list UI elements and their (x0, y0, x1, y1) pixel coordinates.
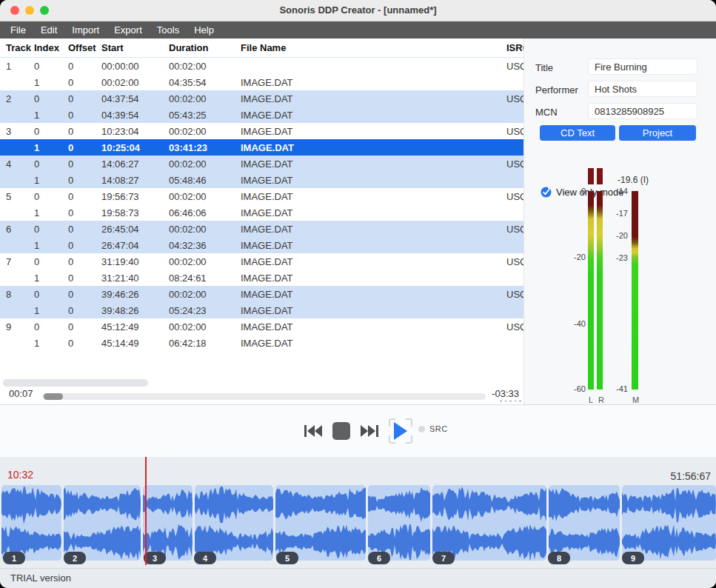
cell-isrc: USQ (506, 191, 523, 202)
seek-slider-thumb[interactable] (44, 393, 63, 400)
previous-track-button[interactable] (304, 425, 322, 437)
cell-duration: 00:02:00 (169, 289, 241, 300)
project-button[interactable]: Project (619, 125, 696, 141)
play-button[interactable] (389, 418, 412, 444)
cell-index: 0 (34, 256, 68, 267)
waveform-segment[interactable] (549, 485, 620, 561)
menu-import[interactable]: Import (64, 21, 107, 39)
waveform-segment[interactable] (275, 485, 366, 561)
next-track-button[interactable] (361, 425, 378, 437)
waveform-graphic (64, 485, 141, 561)
table-row[interactable]: 1 0 04:39:54 05:43:25 IMAGE.DAT (0, 107, 523, 123)
cell-filename: IMAGE.DAT (241, 142, 506, 153)
table-row[interactable]: 1 0 45:14:49 06:42:18 IMAGE.DAT (0, 335, 523, 351)
cell-filename: IMAGE.DAT (241, 321, 506, 333)
cell-offset: 0 (68, 321, 101, 333)
menu-tools[interactable]: Tools (150, 21, 187, 39)
waveform-segment[interactable] (622, 485, 716, 561)
cell-isrc: USQ (506, 256, 523, 267)
waveform-segment[interactable] (195, 485, 273, 561)
cell-offset: 0 (68, 158, 101, 170)
table-row[interactable]: 3 0 0 10:23:04 00:02:00 IMAGE.DAT USQ (0, 123, 523, 139)
track-number-badge: 4 (194, 552, 216, 564)
column-index[interactable]: Index (34, 42, 68, 53)
waveform-segment[interactable] (143, 485, 193, 561)
table-row[interactable]: 2 0 0 04:37:54 00:02:00 IMAGE.DAT USQ (0, 90, 523, 107)
src-toggle[interactable]: SRC (418, 424, 448, 433)
title-label: Title (535, 62, 553, 73)
splitter-grip[interactable] (500, 400, 521, 402)
track-table-header: Track Index Offset Start Duration File N… (0, 39, 523, 58)
table-row[interactable]: 7 0 0 31:19:40 00:02:00 IMAGE.DAT USQ (0, 253, 523, 270)
seek-slider[interactable] (42, 393, 486, 400)
menu-file[interactable]: File (3, 21, 33, 39)
cell-duration: 00:02:00 (169, 191, 241, 202)
title-input[interactable] (588, 59, 697, 75)
cell-offset: 0 (68, 256, 101, 267)
cell-index: 0 (34, 93, 68, 104)
waveform-segment[interactable] (368, 485, 430, 561)
cell-filename: IMAGE.DAT (241, 191, 506, 202)
column-duration[interactable]: Duration (169, 42, 241, 53)
lr-scale-20: -20 (562, 253, 586, 261)
waveform-segment[interactable] (64, 485, 141, 561)
play-icon (394, 422, 409, 440)
table-row[interactable]: 4 0 0 14:06:27 00:02:00 IMAGE.DAT USQ (0, 156, 523, 172)
track-number-badge: 2 (64, 552, 86, 564)
cell-isrc: USQ (506, 158, 523, 170)
track-number-badge: 3 (144, 552, 166, 564)
cell-start: 45:14:49 (101, 338, 169, 349)
waveform-segment[interactable] (1, 485, 61, 561)
horizontal-scrollbar[interactable] (3, 379, 148, 387)
table-row[interactable]: 1 0 10:25:04 03:41:23 IMAGE.DAT (0, 139, 523, 156)
waveform-graphic (195, 485, 273, 561)
table-row[interactable]: 8 0 0 39:46:26 00:02:00 IMAGE.DAT USQ (0, 286, 523, 302)
menu-export[interactable]: Export (107, 21, 150, 39)
column-track[interactable]: Track (6, 42, 34, 53)
cell-start: 26:47:04 (101, 240, 169, 251)
cell-filename: IMAGE.DAT (241, 338, 506, 349)
column-start[interactable]: Start (101, 42, 169, 53)
menu-help[interactable]: Help (187, 21, 221, 39)
waveform-graphic (275, 485, 366, 561)
cell-filename: IMAGE.DAT (241, 273, 506, 284)
cell-start: 19:56:73 (101, 191, 169, 202)
cell-index: 0 (34, 289, 68, 300)
cell-offset: 0 (68, 240, 101, 251)
cell-filename: IMAGE.DAT (241, 207, 506, 218)
cell-offset: 0 (68, 77, 101, 88)
column-filename[interactable]: File Name (241, 42, 506, 53)
column-offset[interactable]: Offset (68, 42, 101, 53)
track-number-badge: 7 (432, 552, 455, 564)
track-number-badge: 1 (3, 552, 25, 564)
table-row[interactable]: 1 0 26:47:04 04:32:36 IMAGE.DAT (0, 237, 523, 253)
stop-button[interactable] (332, 422, 350, 440)
table-row[interactable]: 1 0 0 00:00:00 00:02:00 USQ (0, 58, 523, 74)
lr-scale-40: -40 (562, 319, 586, 328)
cd-text-button[interactable]: CD Text (540, 125, 615, 141)
cell-index: 1 (34, 142, 68, 153)
playhead[interactable] (145, 457, 147, 565)
column-isrc[interactable]: ISRC (506, 42, 523, 53)
menu-edit[interactable]: Edit (33, 21, 64, 39)
cell-filename: IMAGE.DAT (241, 256, 506, 267)
cell-offset: 0 (68, 273, 101, 284)
table-row[interactable]: 1 0 00:02:00 04:35:54 IMAGE.DAT (0, 74, 523, 90)
cell-start: 39:46:26 (101, 289, 169, 300)
table-row[interactable]: 1 0 39:48:26 05:24:23 IMAGE.DAT (0, 302, 523, 318)
table-row[interactable]: 6 0 0 26:45:04 00:02:00 IMAGE.DAT USQ (0, 221, 523, 237)
table-row[interactable]: 1 0 14:08:27 05:48:46 IMAGE.DAT (0, 172, 523, 188)
cell-start: 45:12:49 (101, 321, 169, 333)
table-row[interactable]: 5 0 0 19:56:73 00:02:00 IMAGE.DAT USQ (0, 188, 523, 204)
main-content: Track Index Offset Start Duration File N… (0, 39, 716, 404)
cell-filename: IMAGE.DAT (241, 110, 506, 121)
loudness-reading: -19.6 (I) (618, 175, 649, 185)
mcn-input[interactable] (588, 103, 697, 119)
performer-input[interactable] (588, 81, 697, 97)
table-row[interactable]: 1 0 19:58:73 06:46:06 IMAGE.DAT (0, 204, 523, 221)
cell-track: 9 (6, 321, 34, 333)
cell-track: 8 (6, 289, 34, 300)
table-row[interactable]: 9 0 0 45:12:49 00:02:00 IMAGE.DAT USQ (0, 318, 523, 335)
table-row[interactable]: 1 0 31:21:40 08:24:61 IMAGE.DAT (0, 270, 523, 286)
waveform-segment[interactable] (432, 485, 546, 561)
